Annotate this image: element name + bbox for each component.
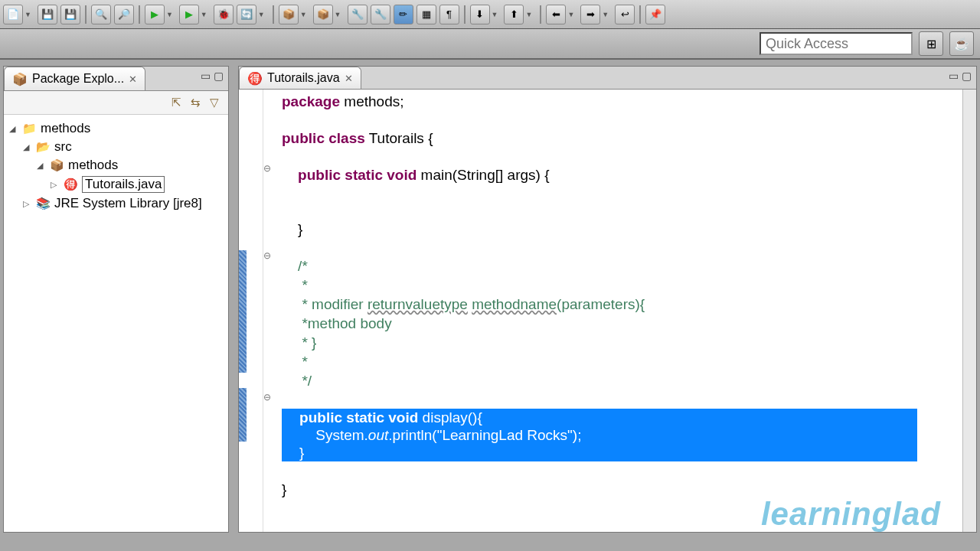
collapse-all-icon[interactable]: ⇱: [172, 96, 181, 109]
tree-file[interactable]: ▷ 🉐 Tutorails.java: [7, 174, 225, 194]
package-icon: 📦: [12, 72, 28, 86]
separator: [464, 5, 466, 24]
new-package-icon[interactable]: 📦: [279, 5, 299, 24]
run-icon[interactable]: ▶: [145, 5, 165, 24]
dropdown-icon[interactable]: ▼: [201, 11, 207, 18]
tab-package-explorer[interactable]: 📦 Package Explo... ✕: [4, 67, 145, 90]
minimize-icon[interactable]: ▭: [949, 70, 959, 82]
package-icon: 📦: [50, 158, 64, 172]
panel-view-toolbar: ⇱ ⇆ ▽: [4, 91, 228, 115]
tree-label: JRE System Library [jre8]: [54, 196, 202, 211]
marker-ruler: [247, 90, 263, 532]
new-class-icon[interactable]: 📦: [313, 5, 333, 24]
toggle-mark-icon[interactable]: ✏: [394, 5, 413, 24]
link-editor-icon[interactable]: ⇆: [191, 96, 201, 109]
save-icon[interactable]: 💾: [38, 5, 57, 24]
fold-icon[interactable]: ⊖: [263, 163, 271, 174]
quick-access-input[interactable]: [760, 32, 913, 55]
tree-package[interactable]: ◢ 📦 methods: [7, 156, 225, 174]
code-editor[interactable]: package methods; public class Tutorails …: [276, 90, 962, 532]
tree-jre[interactable]: ▷ 📚 JRE System Library [jre8]: [7, 194, 225, 213]
tree-label: methods: [41, 121, 90, 136]
editor-tab-bar: 🉐 Tutorails.java ✕ ▭ ▢: [239, 67, 976, 90]
library-icon: 📚: [36, 197, 50, 210]
tab-label: Tutorails.java: [267, 71, 340, 85]
dropdown-icon[interactable]: ▼: [567, 11, 574, 18]
change-ruler: [239, 90, 247, 532]
expand-icon[interactable]: ◢: [7, 124, 18, 134]
next-annotation-icon[interactable]: ⬇: [470, 5, 490, 24]
maximize-icon[interactable]: ▢: [214, 70, 224, 82]
block-select-icon[interactable]: ▦: [416, 5, 436, 24]
tree-project[interactable]: ◢ 📁 methods: [7, 119, 225, 138]
tree-label: Tutorails.java: [82, 176, 165, 193]
separator: [273, 5, 274, 24]
run-last-icon[interactable]: ▶: [179, 5, 199, 24]
separator: [85, 5, 87, 24]
separator: [639, 5, 641, 24]
editor-panel: 🉐 Tutorails.java ✕ ▭ ▢ ⊖ ⊖ ⊖ package met…: [238, 66, 977, 533]
project-icon: 📁: [22, 122, 36, 135]
panel-tool-buttons: ▭ ▢: [201, 70, 224, 82]
dropdown-icon[interactable]: ▼: [258, 11, 265, 18]
pin-editor-icon[interactable]: 📌: [645, 5, 665, 24]
package-explorer-panel: 📦 Package Explo... ✕ ▭ ▢ ⇱ ⇆ ▽ ◢ 📁 metho…: [3, 66, 229, 533]
main-toolbar: 📄▼ 💾 💾 🔍 🔎 ▶▼ ▶▼ 🐞 🔄▼ 📦▼ 📦▼ 🔧 🔧 ✏ ▦ ¶ ⬇▼…: [0, 0, 980, 29]
new-icon[interactable]: 📄: [3, 5, 23, 24]
fold-ruler: ⊖ ⊖ ⊖: [263, 90, 276, 532]
last-edit-icon[interactable]: ↩: [615, 5, 635, 24]
expand-icon[interactable]: ◢: [21, 142, 31, 152]
fold-icon[interactable]: ⊖: [263, 392, 271, 403]
open-perspective-icon[interactable]: ⊞: [919, 31, 943, 56]
dropdown-icon[interactable]: ▼: [300, 11, 307, 18]
close-icon[interactable]: ✕: [345, 73, 353, 84]
java-file-icon: 🉐: [247, 71, 263, 86]
selected-code: public static void display(){ System.out…: [282, 409, 917, 461]
dropdown-icon[interactable]: ▼: [492, 11, 498, 18]
forward-icon[interactable]: ➡: [580, 5, 600, 24]
open-task-icon[interactable]: 🔧: [371, 5, 390, 24]
quick-access-bar: ⊞ ☕: [0, 29, 980, 60]
separator: [139, 5, 140, 24]
separator: [540, 5, 541, 24]
zoom-icon[interactable]: 🔎: [114, 5, 134, 24]
prev-annotation-icon[interactable]: ⬆: [504, 5, 524, 24]
coverage-icon[interactable]: 🔄: [237, 5, 256, 24]
expand-icon[interactable]: ◢: [34, 161, 45, 171]
editor-tool-buttons: ▭ ▢: [949, 70, 972, 82]
open-type-icon[interactable]: 🔧: [348, 5, 368, 24]
vertical-scrollbar[interactable]: [962, 90, 976, 532]
dropdown-icon[interactable]: ▼: [525, 11, 532, 18]
project-tree: ◢ 📁 methods ◢ 📂 src ◢ 📦 methods ▷ 🉐 Tuto…: [4, 115, 228, 217]
expand-icon[interactable]: ▷: [21, 199, 31, 209]
src-folder-icon: 📂: [36, 140, 50, 154]
save-all-icon[interactable]: 💾: [60, 5, 80, 24]
change-segment: [239, 388, 247, 442]
java-perspective-icon[interactable]: ☕: [949, 31, 974, 56]
close-icon[interactable]: ✕: [129, 73, 137, 85]
tree-label: src: [54, 139, 72, 155]
maximize-icon[interactable]: ▢: [962, 70, 972, 82]
tab-label: Package Explo...: [32, 72, 124, 86]
java-file-icon: 🉐: [64, 178, 77, 191]
dropdown-icon[interactable]: ▼: [335, 11, 341, 18]
tree-label: methods: [68, 158, 118, 173]
expand-icon[interactable]: ▷: [48, 180, 59, 190]
change-segment: [239, 250, 247, 373]
tab-editor-file[interactable]: 🉐 Tutorails.java ✕: [239, 67, 361, 89]
back-icon[interactable]: ⬅: [546, 5, 566, 24]
watermark-logo: learninglad: [761, 505, 941, 523]
show-whitespace-icon[interactable]: ¶: [439, 5, 459, 24]
main-area: 📦 Package Explo... ✕ ▭ ▢ ⇱ ⇆ ▽ ◢ 📁 metho…: [0, 60, 980, 542]
fold-icon[interactable]: ⊖: [263, 250, 271, 261]
debug-icon[interactable]: 🐞: [214, 5, 234, 24]
dropdown-icon[interactable]: ▼: [24, 11, 31, 18]
minimize-icon[interactable]: ▭: [201, 70, 211, 82]
search-icon[interactable]: 🔍: [91, 5, 111, 24]
tree-src[interactable]: ◢ 📂 src: [7, 138, 225, 156]
editor-body: ⊖ ⊖ ⊖ package methods; public class Tuto…: [239, 90, 976, 532]
dropdown-icon[interactable]: ▼: [166, 11, 173, 18]
dropdown-icon[interactable]: ▼: [602, 11, 609, 18]
panel-tab-bar: 📦 Package Explo... ✕ ▭ ▢: [4, 67, 228, 91]
view-menu-icon[interactable]: ▽: [210, 96, 219, 109]
